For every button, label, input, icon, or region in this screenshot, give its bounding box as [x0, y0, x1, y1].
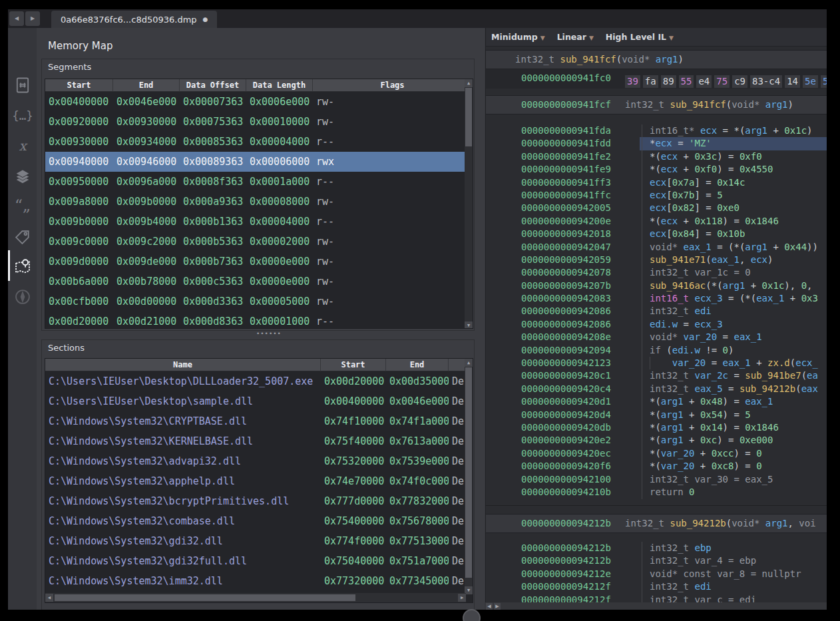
code-line[interactable]: 00000000009420db*(arg1 + 0x14) = 0x1846 — [486, 421, 827, 434]
segment-row[interactable]: 0x00d200000x00d210000x000d83630x00001000… — [45, 311, 473, 329]
segment-row[interactable]: 0x009200000x009300000x000753630x00010000… — [45, 112, 473, 132]
segment-row[interactable]: 0x004000000x0046e0000x000073630x0006e000… — [45, 92, 473, 112]
symbols-icon[interactable] — [12, 75, 33, 96]
code-line[interactable]: 0000000000942047void* eax_1 = (*(arg1 + … — [486, 241, 827, 254]
nav-forward-button[interactable]: ▶ — [25, 11, 40, 26]
column-header[interactable]: Name — [45, 359, 321, 371]
code-line[interactable]: 000000000094208evoid* var_20 = eax_1 — [486, 331, 827, 343]
nav-back-button[interactable]: ◀ — [9, 11, 24, 26]
section-row[interactable]: C:\Windows\System32\CRYPTBASE.dll0x74f10… — [45, 411, 473, 431]
scrollbar-thumb[interactable] — [55, 594, 355, 601]
segment-row[interactable]: 0x00cfb0000x00d000000x000d33630x00005000… — [45, 292, 473, 311]
code-line[interactable]: 0000000000942005ecx[0x82] = 0xe0 — [486, 202, 827, 214]
scroll-right-button[interactable]: ▶ — [458, 594, 466, 602]
column-header[interactable]: Start — [45, 79, 113, 92]
horizontal-splitter-handle[interactable]: •••••• — [256, 332, 282, 335]
segments-vertical-scrollbar[interactable]: ▲ ▼ — [465, 79, 473, 329]
column-header[interactable]: Flags — [313, 79, 473, 92]
code-line[interactable]: 0000000000942083int16_t ecx_3 = (*(eax_1… — [486, 292, 827, 305]
section-row[interactable]: C:\Windows\System32\KERNELBASE.dll0x75f4… — [45, 431, 473, 451]
code-line[interactable]: 00000000009420c4int32_t eax_5 = sub_9421… — [486, 383, 827, 395]
section-row[interactable]: C:\Windows\System32\apphelp.dll0x74e7000… — [45, 471, 473, 491]
segment-row[interactable]: 0x009500000x0096a0000x0008f3630x0001a000… — [45, 172, 473, 192]
code-line[interactable]: 000000000094210breturn 0 — [486, 486, 827, 499]
section-row[interactable]: C:\Windows\System32\gdi32.dll0x774f00000… — [45, 531, 473, 551]
code-line[interactable]: 000000000094200e*(ecx + 0x118) = 0x1846 — [486, 215, 827, 228]
scroll-up-button[interactable]: ▲ — [465, 359, 473, 367]
linear-view-panel: Minidump▼Linear▼High Level IL▼ int32_t s… — [485, 28, 827, 610]
types-icon[interactable]: {…} — [12, 105, 33, 126]
code-line[interactable]: 0000000000941ffcecx[0x7b] = 5 — [486, 189, 827, 202]
code-line[interactable]: 0000000000942100int32_t var_30 = eax_5 — [486, 473, 827, 486]
layout-dropdown[interactable]: Linear▼ — [557, 32, 594, 42]
column-header[interactable]: Data Offset — [180, 79, 246, 92]
code-line[interactable]: 0000000000942086int32_t edi — [486, 305, 827, 317]
view-type-dropdown[interactable]: Minidump▼ — [491, 32, 545, 42]
code-line[interactable]: 00000000009420c1int32_t var_2c = sub_941… — [486, 369, 827, 382]
code-line[interactable]: 00000000009420d4*(arg1 + 0x54) = 5 — [486, 409, 827, 421]
section-row[interactable]: C:\Windows\System32\advapi32.dll0x753200… — [45, 451, 473, 471]
section-row[interactable]: C:\Windows\System32\gdi32full.dll0x75040… — [45, 551, 473, 571]
section-row[interactable]: C:\Windows\System32\imm32.dll0x773200000… — [45, 571, 473, 591]
segment-row[interactable]: 0x009c00000x009c20000x000b53630x00002000… — [45, 232, 473, 252]
segment-row[interactable]: 0x009d00000x009de0000x000b73630x0000e000… — [45, 252, 473, 272]
scroll-left-button[interactable]: ◀ — [486, 603, 493, 610]
code-text: int32_t var_1c = 0 — [650, 266, 827, 279]
scroll-right-button[interactable]: ▶ — [494, 603, 501, 610]
strings-icon[interactable]: “„ — [12, 197, 33, 218]
segment-row[interactable]: 0x009a80000x009b00000x000a93630x00008000… — [45, 192, 473, 212]
scroll-down-button[interactable]: ▼ — [465, 321, 473, 329]
column-header[interactable]: Start — [321, 359, 386, 371]
code-line[interactable]: 0000000000942094if (edi.w != 0) — [486, 344, 827, 357]
il-level-dropdown[interactable]: High Level IL▼ — [606, 32, 674, 42]
code-line[interactable]: 0000000000941fe9*(ecx + 0xf0) = 0x4550 — [486, 163, 827, 176]
sections-vertical-scrollbar[interactable]: ▲ ▼ — [465, 359, 473, 594]
code-line[interactable]: 0000000000941fe2*(ecx + 0x3c) = 0xf0 — [486, 150, 827, 163]
cell: 0x0006e000 — [246, 92, 313, 112]
code-line[interactable]: 000000000094212bint32_t ebp — [486, 542, 827, 554]
code-line[interactable]: 000000000094212bint32_t var_4 = ebp — [486, 554, 827, 567]
code-line[interactable]: 0000000000941fdaint16_t* ecx = *(arg1 + … — [486, 124, 827, 137]
stack-icon[interactable] — [12, 166, 33, 188]
code-line[interactable]: 0000000000941fdd*ecx = 'MZ' — [486, 137, 827, 150]
code-line[interactable]: 0000000000942123 var_20 = eax_1 + zx.d(e… — [486, 357, 827, 369]
function-signature-band[interactable]: 0000000000941fcfint32_t sub_941fcf(void*… — [486, 95, 827, 114]
scroll-up-button[interactable]: ▲ — [465, 79, 473, 87]
code-line[interactable]: 0000000000941ff3ecx[0x7a] = 0x14c — [486, 176, 827, 189]
code-line[interactable]: 0000000000942078int32_t var_1c = 0 — [486, 266, 827, 279]
column-header[interactable]: End — [113, 79, 180, 92]
sections-horizontal-scrollbar[interactable]: ◀ ▶ — [45, 593, 466, 602]
hex-bytes-row[interactable]: 0000000000941fc039fa8955e475c983-c4145e5 — [486, 69, 827, 89]
cross-references-icon[interactable]: x — [12, 136, 33, 157]
section-row[interactable]: C:\Windows\System32\combase.dll0x7540000… — [45, 511, 473, 531]
section-row[interactable]: C:\Users\IEUser\Desktop\sample.dll0x0040… — [45, 391, 473, 411]
tags-icon[interactable] — [12, 226, 33, 248]
memory-map-icon[interactable] — [12, 256, 33, 277]
code-line[interactable]: 00000000009420f6*(var_20 + 0xc8) = 0 — [486, 460, 827, 473]
code-line[interactable]: 00000000009420d1*(arg1 + 0x48) = eax_1 — [486, 395, 827, 408]
code-line[interactable]: 00000000009420ec*(var_20 + 0xcc) = 0 — [486, 447, 827, 460]
column-header[interactable]: Data Length — [246, 79, 313, 92]
scrollbar-thumb[interactable] — [465, 88, 472, 146]
code-line[interactable]: 0000000000942059sub_941e71(eax_1, ecx) — [486, 254, 827, 266]
tab-dump-file[interactable]: 0a66e8376fc6...c8d50936.dmp ● — [51, 11, 217, 28]
section-row[interactable]: C:\Users\IEUser\Desktop\DLLLoader32_5007… — [45, 371, 473, 391]
segment-row[interactable]: 0x009300000x009340000x000853630x00004000… — [45, 132, 473, 152]
scrollbar-thumb[interactable] — [465, 367, 472, 578]
code-line[interactable]: 000000000094212fint32_t edi — [486, 580, 827, 593]
segment-row[interactable]: 0x009b00000x009b40000x000b13630x00004000… — [45, 212, 473, 232]
code-line[interactable]: 000000000094212evoid* const var_8 = null… — [486, 568, 827, 580]
function-header-band[interactable]: 000000000094212bint32_t sub_94212b(void*… — [486, 514, 827, 533]
segment-row[interactable]: 0x00b6a0000x00b780000x000c53630x0000e000… — [45, 272, 473, 292]
code-line[interactable]: 0000000000942018ecx[0x84] = 0x10b — [486, 228, 827, 240]
code-line[interactable]: 000000000094207bsub_9416ac(*(arg1 + 0x1c… — [486, 280, 827, 292]
scroll-left-button[interactable]: ◀ — [45, 594, 53, 602]
segment-row[interactable]: 0x009400000x009460000x000893630x00006000… — [45, 152, 473, 172]
section-row[interactable]: C:\Windows\System32\bcryptPrimitives.dll… — [45, 491, 473, 511]
code-line[interactable]: 00000000009420e2*(arg1 + 0xc) = 0xe000 — [486, 434, 827, 447]
code-line[interactable]: 0000000000942086edi.w = ecx_3 — [486, 318, 827, 331]
function-header-band[interactable]: int32_t sub_941fcf(void* arg1) — [486, 50, 827, 69]
column-header[interactable]: End — [386, 359, 449, 371]
find-icon[interactable] — [12, 286, 33, 308]
linear-disassembly-view[interactable]: int32_t sub_941fcf(void* arg1)0000000000… — [486, 47, 827, 610]
